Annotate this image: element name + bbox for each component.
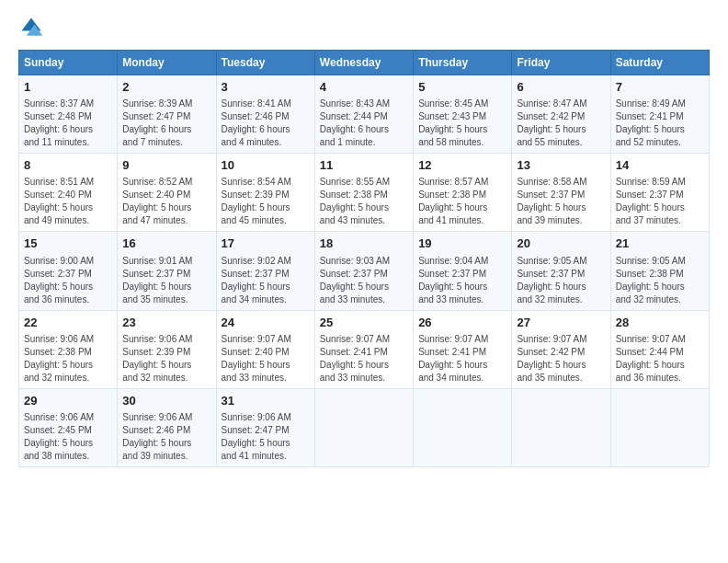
header	[18, 15, 710, 40]
logo-icon	[18, 15, 44, 40]
calendar-cell: 29Sunrise: 9:06 AM Sunset: 2:45 PM Dayli…	[19, 388, 118, 466]
day-info: Sunrise: 8:58 AM Sunset: 2:37 PM Dayligh…	[517, 176, 605, 227]
day-info: Sunrise: 9:07 AM Sunset: 2:40 PM Dayligh…	[222, 333, 310, 385]
day-number: 16	[122, 236, 210, 252]
week-row-3: 15Sunrise: 9:00 AM Sunset: 2:37 PM Dayli…	[19, 232, 710, 310]
calendar-cell: 16Sunrise: 9:01 AM Sunset: 2:37 PM Dayli…	[118, 232, 216, 310]
calendar-cell: 31Sunrise: 9:06 AM Sunset: 2:47 PM Dayli…	[216, 388, 314, 466]
calendar-cell: 8Sunrise: 8:51 AM Sunset: 2:40 PM Daylig…	[19, 154, 118, 232]
calendar-cell: 28Sunrise: 9:07 AM Sunset: 2:44 PM Dayli…	[610, 310, 709, 388]
calendar-cell	[512, 388, 610, 466]
day-number: 5	[418, 79, 506, 96]
calendar-cell: 19Sunrise: 9:04 AM Sunset: 2:37 PM Dayli…	[414, 232, 512, 310]
calendar-cell: 13Sunrise: 8:58 AM Sunset: 2:37 PM Dayli…	[512, 154, 610, 232]
day-info: Sunrise: 8:59 AM Sunset: 2:37 PM Dayligh…	[616, 176, 704, 227]
calendar-cell: 14Sunrise: 8:59 AM Sunset: 2:37 PM Dayli…	[610, 154, 709, 232]
calendar-cell: 1Sunrise: 8:37 AM Sunset: 2:48 PM Daylig…	[19, 75, 118, 154]
day-number: 2	[122, 79, 210, 96]
day-number: 24	[222, 315, 310, 331]
calendar-cell: 23Sunrise: 9:06 AM Sunset: 2:39 PM Dayli…	[118, 310, 216, 388]
header-cell-monday: Monday	[118, 51, 216, 75]
calendar-cell: 10Sunrise: 8:54 AM Sunset: 2:39 PM Dayli…	[216, 154, 314, 232]
header-cell-thursday: Thursday	[414, 51, 512, 75]
day-number: 17	[222, 236, 310, 252]
day-number: 6	[517, 79, 605, 96]
day-number: 7	[616, 79, 704, 96]
day-info: Sunrise: 8:47 AM Sunset: 2:42 PM Dayligh…	[517, 98, 605, 149]
calendar-cell: 7Sunrise: 8:49 AM Sunset: 2:41 PM Daylig…	[610, 75, 709, 154]
day-number: 14	[616, 157, 704, 174]
calendar-table: SundayMondayTuesdayWednesdayThursdayFrid…	[18, 50, 710, 467]
day-number: 3	[222, 79, 310, 96]
day-info: Sunrise: 9:06 AM Sunset: 2:39 PM Dayligh…	[122, 333, 210, 385]
calendar-body: 1Sunrise: 8:37 AM Sunset: 2:48 PM Daylig…	[19, 75, 710, 467]
day-info: Sunrise: 9:01 AM Sunset: 2:37 PM Dayligh…	[122, 255, 210, 306]
header-cell-saturday: Saturday	[610, 51, 709, 75]
day-info: Sunrise: 8:55 AM Sunset: 2:38 PM Dayligh…	[320, 176, 408, 227]
day-number: 27	[517, 315, 605, 331]
header-cell-sunday: Sunday	[19, 51, 118, 75]
day-number: 20	[517, 236, 605, 252]
day-info: Sunrise: 9:06 AM Sunset: 2:45 PM Dayligh…	[24, 411, 112, 463]
day-number: 25	[320, 315, 408, 331]
week-row-2: 8Sunrise: 8:51 AM Sunset: 2:40 PM Daylig…	[19, 154, 710, 232]
day-info: Sunrise: 8:39 AM Sunset: 2:47 PM Dayligh…	[122, 98, 210, 149]
day-info: Sunrise: 8:45 AM Sunset: 2:43 PM Dayligh…	[418, 98, 506, 149]
day-info: Sunrise: 9:04 AM Sunset: 2:37 PM Dayligh…	[418, 255, 506, 306]
calendar-cell: 4Sunrise: 8:43 AM Sunset: 2:44 PM Daylig…	[314, 75, 413, 154]
header-cell-tuesday: Tuesday	[216, 51, 314, 75]
day-number: 8	[24, 157, 112, 174]
day-number: 22	[24, 315, 112, 331]
day-number: 10	[222, 157, 310, 174]
calendar-cell: 22Sunrise: 9:06 AM Sunset: 2:38 PM Dayli…	[19, 310, 118, 388]
calendar-cell	[414, 388, 512, 466]
calendar-cell: 17Sunrise: 9:02 AM Sunset: 2:37 PM Dayli…	[216, 232, 314, 310]
calendar-cell: 11Sunrise: 8:55 AM Sunset: 2:38 PM Dayli…	[314, 154, 413, 232]
day-info: Sunrise: 9:07 AM Sunset: 2:41 PM Dayligh…	[320, 333, 408, 385]
day-number: 29	[24, 393, 112, 409]
calendar-cell: 12Sunrise: 8:57 AM Sunset: 2:38 PM Dayli…	[414, 154, 512, 232]
calendar-cell: 21Sunrise: 9:05 AM Sunset: 2:38 PM Dayli…	[610, 232, 709, 310]
calendar-cell: 18Sunrise: 9:03 AM Sunset: 2:37 PM Dayli…	[314, 232, 413, 310]
day-info: Sunrise: 9:06 AM Sunset: 2:47 PM Dayligh…	[222, 411, 310, 463]
day-info: Sunrise: 9:06 AM Sunset: 2:46 PM Dayligh…	[122, 411, 210, 463]
calendar-cell: 27Sunrise: 9:07 AM Sunset: 2:42 PM Dayli…	[512, 310, 610, 388]
day-info: Sunrise: 8:43 AM Sunset: 2:44 PM Dayligh…	[320, 98, 408, 149]
calendar-cell	[314, 388, 413, 466]
calendar-cell: 25Sunrise: 9:07 AM Sunset: 2:41 PM Dayli…	[314, 310, 413, 388]
calendar-cell: 24Sunrise: 9:07 AM Sunset: 2:40 PM Dayli…	[216, 310, 314, 388]
day-info: Sunrise: 9:07 AM Sunset: 2:41 PM Dayligh…	[418, 333, 506, 385]
day-number: 21	[616, 236, 704, 252]
day-number: 11	[320, 157, 408, 174]
week-row-1: 1Sunrise: 8:37 AM Sunset: 2:48 PM Daylig…	[19, 75, 710, 154]
calendar-cell	[610, 388, 709, 466]
day-number: 12	[418, 157, 506, 174]
day-info: Sunrise: 9:05 AM Sunset: 2:38 PM Dayligh…	[616, 255, 704, 306]
calendar-cell: 2Sunrise: 8:39 AM Sunset: 2:47 PM Daylig…	[118, 75, 216, 154]
calendar-cell: 20Sunrise: 9:05 AM Sunset: 2:37 PM Dayli…	[512, 232, 610, 310]
calendar-cell: 9Sunrise: 8:52 AM Sunset: 2:40 PM Daylig…	[118, 154, 216, 232]
day-info: Sunrise: 8:52 AM Sunset: 2:40 PM Dayligh…	[122, 176, 210, 227]
day-info: Sunrise: 8:49 AM Sunset: 2:41 PM Dayligh…	[616, 98, 704, 149]
day-number: 31	[222, 393, 310, 409]
calendar-cell: 30Sunrise: 9:06 AM Sunset: 2:46 PM Dayli…	[118, 388, 216, 466]
day-number: 1	[24, 79, 112, 96]
day-number: 26	[418, 315, 506, 331]
week-row-4: 22Sunrise: 9:06 AM Sunset: 2:38 PM Dayli…	[19, 310, 710, 388]
day-info: Sunrise: 9:07 AM Sunset: 2:44 PM Dayligh…	[616, 333, 704, 385]
day-number: 13	[517, 157, 605, 174]
day-info: Sunrise: 8:57 AM Sunset: 2:38 PM Dayligh…	[418, 176, 506, 227]
calendar-cell: 5Sunrise: 8:45 AM Sunset: 2:43 PM Daylig…	[414, 75, 512, 154]
day-number: 28	[616, 315, 704, 331]
day-number: 9	[122, 157, 210, 174]
day-info: Sunrise: 9:05 AM Sunset: 2:37 PM Dayligh…	[517, 255, 605, 306]
day-info: Sunrise: 8:41 AM Sunset: 2:46 PM Dayligh…	[222, 98, 310, 149]
day-number: 18	[320, 236, 408, 252]
day-number: 4	[320, 79, 408, 96]
header-cell-wednesday: Wednesday	[314, 51, 413, 75]
calendar-header: SundayMondayTuesdayWednesdayThursdayFrid…	[19, 51, 710, 75]
day-info: Sunrise: 9:06 AM Sunset: 2:38 PM Dayligh…	[24, 333, 112, 385]
day-info: Sunrise: 9:03 AM Sunset: 2:37 PM Dayligh…	[320, 255, 408, 306]
calendar-cell: 26Sunrise: 9:07 AM Sunset: 2:41 PM Dayli…	[414, 310, 512, 388]
calendar-cell: 6Sunrise: 8:47 AM Sunset: 2:42 PM Daylig…	[512, 75, 610, 154]
